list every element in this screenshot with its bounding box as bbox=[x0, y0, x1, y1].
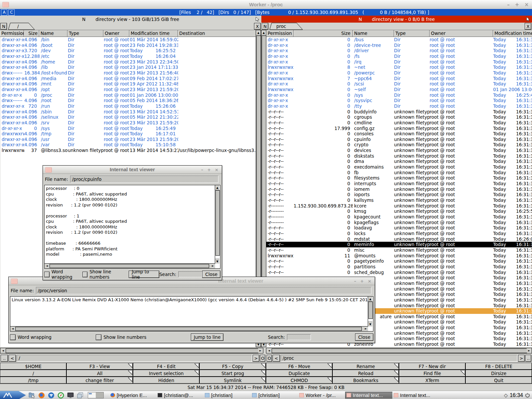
function-button[interactable]: F3 - View bbox=[66, 363, 133, 370]
text-viewer-version[interactable]: Internal text viewer – + × File name: /p… bbox=[8, 277, 375, 343]
file-row[interactable]: -r--r--r--0fbunknown filetyperoot @ root… bbox=[266, 170, 532, 176]
history-back-button[interactable]: < bbox=[273, 355, 280, 362]
column-permission[interactable]: Permission bbox=[266, 30, 294, 37]
compass-browser-icon[interactable] bbox=[57, 392, 65, 399]
close-viewer-button[interactable]: Close bbox=[202, 271, 220, 278]
scroll-up-icon[interactable]: ▲ bbox=[368, 297, 372, 302]
file-row[interactable]: -r--r--r--0iomemunknown filetyperoot @ r… bbox=[266, 187, 532, 192]
scrollbar-thumb[interactable] bbox=[6, 348, 258, 353]
function-button[interactable]: All bbox=[66, 370, 133, 377]
search-input[interactable] bbox=[178, 271, 202, 277]
start-menu-button[interactable] bbox=[0, 391, 26, 399]
maximize-button[interactable]: + bbox=[207, 167, 211, 172]
right-tab-label[interactable]: proc bbox=[276, 23, 286, 30]
file-row[interactable]: -r--r--r--0partitionsunknown filetyperoo… bbox=[266, 264, 532, 270]
scroll-left-icon[interactable]: ◄ bbox=[10, 327, 15, 331]
function-button[interactable]: F7 - New dir bbox=[399, 363, 466, 370]
function-button[interactable]: Find file bbox=[399, 370, 466, 377]
viewer-titlebar[interactable]: Internal text viewer – + × bbox=[43, 166, 222, 174]
file-row[interactable]: -r--r--r--0cryptounknown filetyperoot @ … bbox=[266, 142, 532, 148]
file-row[interactable]: -r--r--r--0buddyinfounknown filetyperoot… bbox=[266, 109, 532, 115]
file-row[interactable]: dr-xr-xr-x0/driverDirroot @ rootToday 16… bbox=[266, 48, 532, 54]
column-owner[interactable]: Owner bbox=[430, 30, 493, 37]
file-row[interactable]: drwxr-xr-x4.096/optDirroot @ root23 Mär … bbox=[0, 87, 256, 92]
left-tab-shape[interactable] bbox=[8, 23, 36, 30]
file-row[interactable]: drwxr-xr-x4.096/selinuxDirroot @ root05 … bbox=[0, 114, 256, 120]
file-row[interactable]: lrwxrwxrwx37@libnss3.sounknown filetyper… bbox=[0, 148, 256, 153]
main-titlebar[interactable]: Worker - /proc – + × bbox=[0, 0, 532, 9]
scroll-up-icon[interactable]: ▲ bbox=[261, 30, 266, 35]
file-name-value[interactable]: /proc/cpuinfo bbox=[70, 176, 218, 183]
file-row[interactable]: -r--r--r--0sched_debugunknown filetypero… bbox=[266, 270, 532, 275]
file-row[interactable]: drwxrwxrwt4.096/tmpDirroot @ rootToday 1… bbox=[0, 131, 256, 137]
workspace-pager[interactable] bbox=[88, 392, 104, 398]
right-tab-close-button[interactable]: X bbox=[525, 23, 531, 30]
file-row[interactable]: -r--r--r--17.999config.gzunknown filetyp… bbox=[266, 126, 532, 131]
file-row[interactable]: -r--r--r--0cpuinfounknown filetyperoot @… bbox=[266, 137, 532, 142]
copy-windows-icon[interactable] bbox=[76, 392, 84, 399]
scroll-right-icon[interactable]: ► bbox=[363, 327, 368, 331]
file-row[interactable]: dr-xr-xr-x0/irqDirroot @ rootToday 16:31… bbox=[266, 59, 532, 65]
file-row[interactable]: dr-xr-xr-x0/fsDirroot @ rootToday 16:31:… bbox=[266, 54, 532, 59]
line-numbers-checkbox[interactable] bbox=[96, 334, 101, 340]
viewer-vertical-scrollbar[interactable]: ▲ ▼ bbox=[368, 297, 373, 327]
file-row[interactable]: drwxr-xr-x4.096/bootDirroot @ root23 Feb… bbox=[0, 43, 256, 48]
file-row[interactable]: dr-xr-xr-x0/sysvipcDirroot @ rootToday 1… bbox=[266, 98, 532, 103]
file-row[interactable]: -r--r--r--0ioportsunknown filetyperoot @… bbox=[266, 192, 532, 198]
file-row[interactable]: -r--r--r--0devicesunknown filetyperoot @… bbox=[266, 148, 532, 153]
scrollbar-thumb[interactable] bbox=[50, 264, 209, 268]
left-tab-close-button[interactable]: X bbox=[254, 23, 261, 30]
file-row[interactable]: -r--r--r--0dmaunknown filetyperoot @ roo… bbox=[266, 159, 532, 164]
column-permission[interactable]: Permission bbox=[0, 30, 24, 37]
file-row[interactable]: -r--r--r--0cmdlineunknown filetyperoot @… bbox=[266, 120, 532, 126]
minimize-button[interactable]: – bbox=[354, 279, 356, 284]
scrollbar-thumb[interactable] bbox=[15, 327, 362, 331]
function-button[interactable]: F4 - Edit bbox=[133, 363, 200, 370]
history-forward-button[interactable]: > bbox=[253, 355, 259, 362]
column-type[interactable]: Type bbox=[394, 30, 430, 37]
viewer-vertical-scrollbar[interactable]: ▲ ▼ bbox=[215, 185, 220, 264]
column-owner[interactable]: Owner bbox=[103, 30, 129, 37]
file-row[interactable]: drwxr-xr-x4.096/libDirroot @ root23 Jan … bbox=[0, 65, 256, 70]
file-row[interactable]: drwxr-xr-x4.096/srvDirroot @ root23 Mär … bbox=[0, 120, 256, 126]
column-destination[interactable]: Destination bbox=[178, 30, 256, 37]
function-button[interactable]: Duplicate bbox=[266, 370, 332, 377]
left-tab-label[interactable]: / bbox=[17, 23, 19, 30]
left-horizontal-scrollbar[interactable]: ◄ ► bbox=[0, 348, 263, 353]
file-manager-icon[interactable] bbox=[28, 392, 36, 399]
firefox-icon[interactable] bbox=[38, 392, 45, 399]
history-forward-button[interactable]: > bbox=[518, 355, 525, 362]
viewer-text-area[interactable]: processor : 0cpu : PA6T, altivec support… bbox=[44, 185, 220, 269]
right-tab-shape[interactable] bbox=[269, 23, 304, 30]
column-type[interactable]: Type bbox=[67, 30, 103, 37]
scroll-right-icon[interactable]: ► bbox=[210, 264, 215, 268]
file-row[interactable]: -r--r--r--0mdstatunknown filetyperoot @ … bbox=[266, 236, 532, 242]
file-row[interactable]: drwxr-xr-x4.096/sbinDirroot @ root13 Mär… bbox=[0, 109, 256, 115]
close-button[interactable]: × bbox=[368, 279, 371, 284]
scrollbar-thumb[interactable] bbox=[262, 36, 266, 316]
parent-dir-button[interactable]: .. bbox=[525, 355, 531, 362]
file-row[interactable]: -r--r--r--0loadavgunknown filetyperoot @… bbox=[266, 225, 532, 231]
scroll-down-icon[interactable]: ▼ bbox=[215, 259, 219, 264]
taskbar-task[interactable]: [Hyperion E... bbox=[109, 392, 156, 399]
file-row[interactable]: -r--r--r--0filesystemsunknown filetypero… bbox=[266, 175, 532, 181]
file-row[interactable]: drwxr-xr-x4.096/homeDirroot @ root23 Mär… bbox=[0, 59, 256, 65]
minimize-button[interactable]: – bbox=[507, 2, 510, 8]
function-button[interactable]: Start prog bbox=[200, 370, 266, 377]
file-row[interactable]: dr-xr-xr-x0/device-treeDirroot @ rootTod… bbox=[266, 43, 532, 48]
window-menu-button[interactable] bbox=[11, 279, 18, 284]
function-button[interactable]: change filter bbox=[66, 377, 133, 384]
minimize-button[interactable]: – bbox=[201, 167, 203, 172]
file-row[interactable]: -r--r--r--0miscunknown filetyperoot @ ro… bbox=[266, 247, 532, 253]
file-row[interactable]: -r--------0kmsgunknown filetyperoot @ ro… bbox=[266, 208, 532, 214]
function-button[interactable]: Symlink bbox=[200, 377, 266, 384]
taskbar-task[interactable]: Internal text... bbox=[345, 392, 392, 399]
file-row[interactable]: drwx------16.384/lost+foundDirroot @ roo… bbox=[0, 70, 256, 76]
jump-to-line-button[interactable]: Jump to line bbox=[191, 333, 224, 341]
parent-dir-button[interactable]: .. bbox=[1, 355, 8, 362]
right-options-button[interactable]: O bbox=[267, 355, 272, 362]
function-button[interactable]: F6 - Move bbox=[266, 363, 332, 370]
file-row[interactable]: drwx------4.096/rootDirroot @ root05 Feb… bbox=[0, 98, 256, 103]
close-button[interactable]: × bbox=[524, 2, 529, 8]
function-button[interactable]: / bbox=[0, 370, 66, 377]
